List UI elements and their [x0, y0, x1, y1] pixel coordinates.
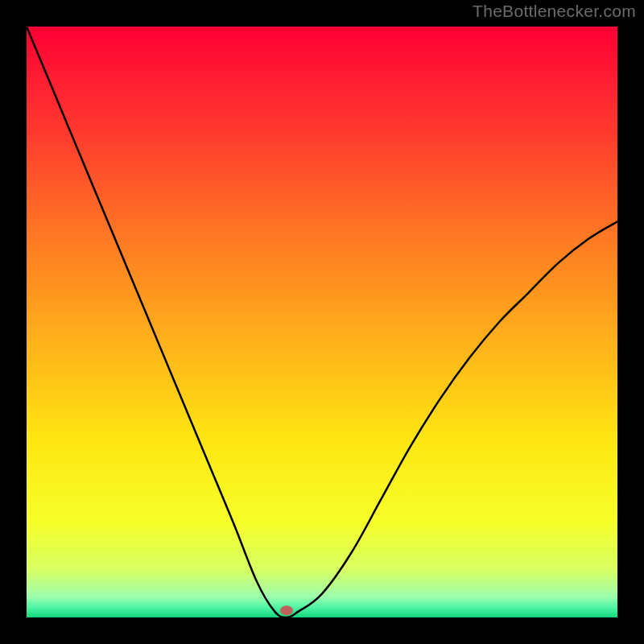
watermark-text: TheBottlenecker.com	[473, 2, 636, 21]
plot-background	[27, 27, 617, 617]
bottleneck-chart	[0, 0, 644, 644]
optimal-marker	[280, 605, 293, 615]
